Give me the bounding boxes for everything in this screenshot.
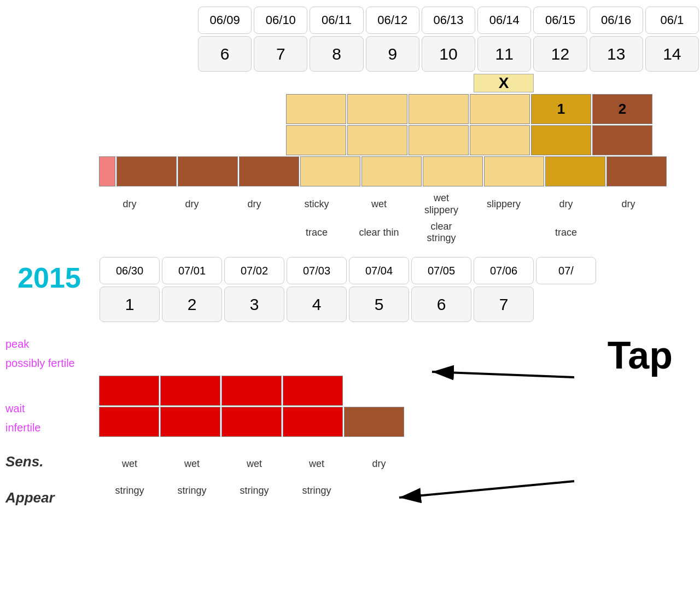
dates-2015-block: 06/30 07/01 07/02 07/03 07/04 07/05 07/0… bbox=[98, 256, 597, 323]
day2015-2[interactable]: 2 bbox=[162, 287, 222, 322]
date-07x[interactable]: 07/ bbox=[536, 257, 596, 284]
date-0705[interactable]: 07/05 bbox=[411, 257, 471, 284]
grid-row-3 bbox=[98, 156, 667, 187]
x-empty-4 bbox=[349, 74, 409, 92]
grid-cell-r3c2 bbox=[178, 156, 238, 186]
date-cell-0614[interactable]: 06/14 bbox=[477, 7, 531, 34]
day-cell-12[interactable]: 12 bbox=[533, 36, 587, 72]
day2015-7[interactable]: 7 bbox=[474, 287, 534, 322]
appear-spacer bbox=[0, 220, 98, 245]
sens-dry-3: dry bbox=[536, 192, 596, 216]
date-cell-0609[interactable]: 06/09 bbox=[198, 7, 252, 34]
grid-cell-r2c8 bbox=[531, 125, 591, 155]
sens-cells: dry dry dry sticky wet wetslippery slipp… bbox=[98, 191, 660, 217]
day-cell-7[interactable]: 7 bbox=[254, 36, 307, 72]
bot-appear-stringy-0: stringy bbox=[100, 480, 160, 501]
x-empty-1 bbox=[162, 74, 222, 92]
date-cell-061x[interactable]: 06/1 bbox=[645, 7, 699, 34]
red-r2c1 bbox=[99, 407, 159, 437]
day2015-5[interactable]: 5 bbox=[349, 287, 409, 322]
day2015-6[interactable]: 6 bbox=[411, 287, 471, 322]
red-r2c4 bbox=[283, 407, 343, 437]
sens-wet-slippery: wetslippery bbox=[411, 192, 471, 216]
grid-spacer bbox=[0, 93, 98, 187]
grid-cell-r3c7 bbox=[484, 156, 544, 186]
june-day-number-row: 6 7 8 9 10 11 12 13 14 bbox=[197, 35, 700, 73]
date-cell-0612[interactable]: 06/12 bbox=[366, 7, 419, 34]
date-0704[interactable]: 07/04 bbox=[349, 257, 409, 284]
empty-s1 bbox=[98, 125, 161, 156]
grid-cell-r1c6 bbox=[409, 94, 469, 124]
bot-appear-stringy-1: stringy bbox=[162, 480, 222, 501]
grid-cell-r3c5 bbox=[361, 156, 422, 186]
sens-dry-0: dry bbox=[100, 192, 160, 216]
date-0630[interactable]: 06/30 bbox=[100, 257, 160, 284]
dates-row-2015: 06/30 07/01 07/02 07/03 07/04 07/05 07/0… bbox=[98, 256, 597, 285]
sens-dry-1: dry bbox=[162, 192, 222, 216]
red-r1c2 bbox=[160, 376, 220, 406]
day-cell-13[interactable]: 13 bbox=[590, 36, 643, 72]
day-cell-6[interactable]: 6 bbox=[198, 36, 252, 72]
top-left-spacer bbox=[0, 5, 98, 73]
sens-dry-2: dry bbox=[224, 192, 284, 216]
day-cell-11[interactable]: 11 bbox=[477, 36, 531, 72]
date-cell-0611[interactable]: 06/11 bbox=[310, 7, 363, 34]
sens-dry-4: dry bbox=[598, 192, 658, 216]
main-container: 06/09 06/10 06/11 06/12 06/13 06/14 06/1… bbox=[0, 0, 700, 516]
day-cell-8[interactable]: 8 bbox=[310, 36, 363, 72]
bottom-label-col: Sens. Appear bbox=[0, 449, 98, 511]
grid-cell-r3c3 bbox=[239, 156, 299, 186]
legend-possibly-fertile: possibly fertile bbox=[5, 357, 98, 370]
bot-sens-dry: dry bbox=[349, 453, 409, 475]
pink-starter-cell bbox=[99, 156, 115, 186]
date-0703[interactable]: 07/03 bbox=[287, 257, 347, 284]
red-r1c1 bbox=[99, 376, 159, 406]
days-row-2015: 1 2 3 4 5 6 7 bbox=[98, 285, 597, 323]
x-empty-3 bbox=[287, 74, 347, 92]
colored-grid-section: 1 2 bbox=[0, 93, 700, 187]
date-cell-0616[interactable]: 06/16 bbox=[590, 7, 643, 34]
date-0701[interactable]: 07/01 bbox=[162, 257, 222, 284]
date-0702[interactable]: 07/02 bbox=[224, 257, 284, 284]
sens-label: Sens. bbox=[5, 453, 98, 470]
appear-label: Appear bbox=[5, 489, 98, 506]
date-0706[interactable]: 07/06 bbox=[474, 257, 534, 284]
year-label-container: 2015 bbox=[0, 256, 98, 294]
day-cell-10[interactable]: 10 bbox=[422, 36, 475, 72]
top-date-row: 06/09 06/10 06/11 06/12 06/13 06/14 06/1… bbox=[98, 5, 700, 73]
red-r2-brown bbox=[344, 407, 404, 437]
sens-wet: wet bbox=[349, 192, 409, 216]
appear-trace-0: trace bbox=[287, 221, 347, 244]
grid-cell-r2c7 bbox=[470, 125, 530, 155]
date-cell-0610[interactable]: 06/10 bbox=[254, 7, 307, 34]
x-marker-section: X bbox=[0, 73, 700, 93]
empty-spacer-1 bbox=[98, 93, 161, 125]
grid-cell-r3c4 bbox=[300, 156, 360, 186]
sens-spacer bbox=[0, 191, 98, 217]
june-date-row: 06/09 06/10 06/11 06/12 06/13 06/14 06/1… bbox=[197, 5, 700, 35]
date-cell-0615[interactable]: 06/15 bbox=[533, 7, 587, 34]
day-cell-14[interactable]: 14 bbox=[645, 36, 699, 72]
legend-peak: peak bbox=[5, 338, 98, 350]
day-cell-9[interactable]: 9 bbox=[366, 36, 419, 72]
sens-slippery: slippery bbox=[474, 192, 534, 216]
grid-cell-r1c8: 1 bbox=[531, 94, 591, 124]
empty-spacer-3 bbox=[223, 93, 285, 125]
legend-grid-section: peak possibly fertile wait infertile bbox=[0, 331, 700, 441]
red-row-1 bbox=[98, 375, 405, 406]
appear-empty-4 bbox=[598, 221, 658, 244]
grid-row-2 bbox=[98, 125, 667, 156]
legend-infertile: infertile bbox=[5, 422, 98, 434]
day2015-1[interactable]: 1 bbox=[100, 287, 160, 322]
grid-cell-r3c6 bbox=[423, 156, 483, 186]
grid-cell-r2c4 bbox=[286, 125, 346, 155]
grid-row-1: 1 2 bbox=[98, 93, 667, 125]
bot-sens-wet-0: wet bbox=[100, 453, 160, 475]
red-r2c3 bbox=[221, 407, 282, 437]
empty-s2 bbox=[161, 125, 223, 156]
date-cell-0613[interactable]: 06/13 bbox=[422, 7, 475, 34]
day2015-4[interactable]: 4 bbox=[287, 287, 347, 322]
empty-spacer-2 bbox=[161, 93, 223, 125]
x-empty-7 bbox=[598, 74, 658, 92]
day2015-3[interactable]: 3 bbox=[224, 287, 284, 322]
